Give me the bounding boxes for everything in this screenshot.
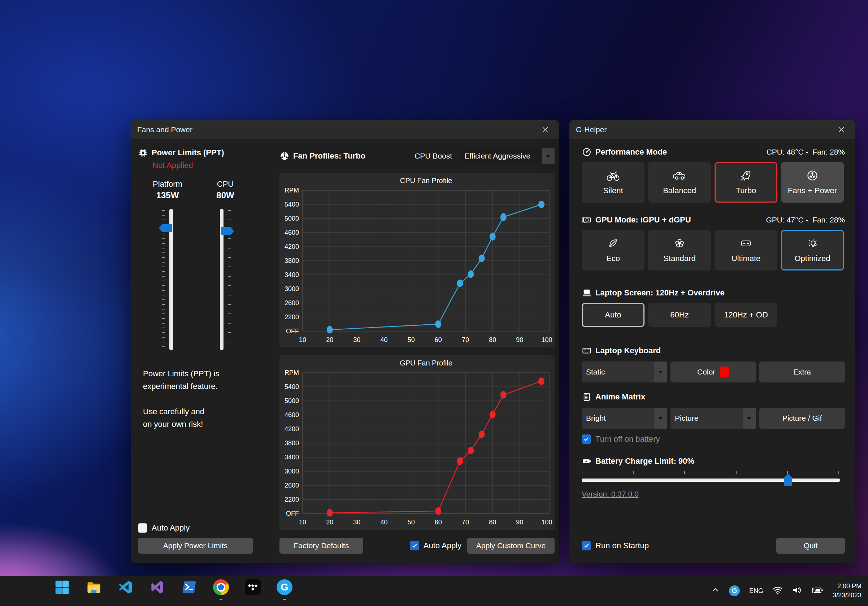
- svg-text:3400: 3400: [285, 454, 299, 461]
- start-button[interactable]: [53, 578, 71, 596]
- cpu-slider-thumb[interactable]: [221, 227, 234, 235]
- keyboard-icon: [582, 346, 592, 356]
- leaf-icon: [607, 237, 619, 251]
- language-indicator[interactable]: ENG: [749, 587, 763, 595]
- battery-slider-track[interactable]: [582, 479, 840, 482]
- mode-fans-power-button[interactable]: Fans + Power: [781, 162, 844, 203]
- run-on-startup-row: Run on Startup: [582, 541, 649, 550]
- factory-defaults-button[interactable]: Factory Defaults: [279, 538, 363, 553]
- ghelper-titlebar[interactable]: G-Helper: [569, 120, 855, 139]
- mode-balanced-button[interactable]: Balanced: [648, 162, 711, 203]
- cpu-slider-track[interactable]: [220, 209, 223, 350]
- keyboard-extra-button[interactable]: Extra: [760, 361, 845, 383]
- svg-text:80: 80: [489, 519, 496, 526]
- tidal-icon[interactable]: [244, 578, 261, 596]
- cpu-fan-profile-chart[interactable]: CPU Fan Profile102030405060708090100OFF2…: [279, 173, 555, 347]
- battery-limit-title: Battery Charge Limit: 90%: [595, 457, 694, 466]
- svg-text:3800: 3800: [285, 440, 299, 447]
- gpu-ultimate-button[interactable]: Ultimate: [715, 230, 777, 271]
- cpu-chip-icon: [138, 148, 148, 158]
- svg-text:3400: 3400: [285, 271, 299, 279]
- cpu-slider[interactable]: [202, 209, 249, 350]
- matrix-content-value: Picture: [671, 408, 743, 429]
- taskbar-clock[interactable]: 2:00 PM 3/23/2023: [832, 582, 862, 600]
- mode-silent-button[interactable]: Silent: [582, 162, 645, 203]
- svg-text:3800: 3800: [285, 257, 299, 264]
- gpu-optimized-button[interactable]: Optimized: [781, 230, 844, 271]
- anime-matrix-header: Anime Matrix: [582, 392, 845, 402]
- powershell-icon[interactable]: [181, 578, 198, 596]
- dot-matrix-icon: [582, 392, 592, 402]
- volume-icon[interactable]: [792, 586, 802, 596]
- matrix-brightness-value: Bright: [582, 408, 654, 429]
- cpu-boost-dropdown[interactable]: Efficient Aggressive: [460, 148, 555, 164]
- svg-text:2600: 2600: [285, 299, 299, 307]
- matrix-picture-gif-button[interactable]: Picture / Gif: [760, 408, 845, 429]
- vscode-icon[interactable]: [117, 578, 134, 596]
- performance-mode-buttons: Silent Balanced Turbo: [582, 162, 845, 203]
- run-on-startup-checkbox[interactable]: [582, 541, 591, 550]
- chevron-down-icon[interactable]: [654, 361, 667, 383]
- power-auto-apply-checkbox[interactable]: [138, 523, 147, 533]
- svg-text:70: 70: [462, 336, 469, 343]
- gpu-standard-button[interactable]: Standard: [648, 230, 711, 271]
- platform-slider[interactable]: [144, 209, 191, 350]
- battery-slider-thumb[interactable]: [784, 474, 792, 486]
- matrix-brightness-dropdown[interactable]: Bright: [582, 408, 667, 429]
- battery-charge-slider[interactable]: [582, 471, 840, 482]
- mode-label: Turbo: [736, 186, 756, 195]
- turn-off-on-battery-checkbox[interactable]: [582, 434, 591, 444]
- visual-studio-icon[interactable]: [149, 578, 166, 596]
- svg-text:20: 20: [326, 519, 333, 526]
- gpu-fan-profile-chart[interactable]: GPU Fan Profile102030405060708090100OFF2…: [279, 355, 555, 530]
- system-tray: G ENG 2:00 PM 3/23/2023: [711, 576, 862, 606]
- svg-text:50: 50: [408, 336, 415, 343]
- apply-custom-curve-button[interactable]: Apply Custom Curve: [467, 538, 555, 553]
- close-icon[interactable]: [538, 123, 552, 136]
- screen-60hz-button[interactable]: 60Hz: [648, 303, 711, 327]
- chevron-down-icon[interactable]: [743, 408, 756, 429]
- apply-power-limits-button[interactable]: Apply Power Limits: [138, 538, 253, 553]
- matrix-content-dropdown[interactable]: Picture: [671, 408, 756, 429]
- fans-window-titlebar[interactable]: Fans and Power: [131, 120, 559, 139]
- keyboard-mode-dropdown[interactable]: Static: [582, 361, 667, 383]
- keyboard-color-button[interactable]: Color: [671, 361, 756, 383]
- quit-button[interactable]: Quit: [776, 538, 845, 553]
- svg-text:100: 100: [541, 519, 552, 526]
- laptop-screen-header: Laptop Screen: 120Hz + Overdrive: [582, 288, 845, 298]
- option-label: 60Hz: [670, 310, 688, 319]
- close-icon[interactable]: [834, 123, 848, 136]
- platform-slider-thumb[interactable]: [159, 224, 172, 232]
- keyboard-mode-value: Static: [582, 361, 654, 383]
- wifi-icon[interactable]: [773, 586, 783, 596]
- chevron-down-icon[interactable]: [542, 148, 555, 164]
- chrome-icon[interactable]: [212, 578, 229, 596]
- gpu-card-icon: [582, 215, 592, 225]
- taskbar: G G ENG 2:00 PM 3/23/2023: [0, 576, 868, 606]
- svg-text:80: 80: [489, 336, 496, 343]
- svg-text:5400: 5400: [285, 383, 299, 391]
- platform-slider-track[interactable]: [169, 209, 173, 350]
- svg-text:60: 60: [435, 336, 442, 343]
- curve-auto-apply-checkbox[interactable]: [410, 541, 419, 550]
- power-limits-warning: Power Limits (PPT) is experimental featu…: [143, 367, 279, 443]
- power-limits-section: Power Limits (PPT) Not Applied Platform …: [131, 139, 279, 563]
- cpu-boost-label: CPU Boost: [414, 152, 452, 160]
- battery-tray-icon[interactable]: [812, 586, 823, 596]
- ghelper-tray-icon[interactable]: G: [729, 586, 740, 596]
- version-link[interactable]: Version: 0.37.0.0: [582, 490, 639, 498]
- screen-auto-button[interactable]: Auto: [582, 303, 645, 327]
- performance-mode-title: Performance Mode: [595, 147, 667, 157]
- gpu-eco-button[interactable]: Eco: [582, 230, 645, 271]
- screen-120hz-od-button[interactable]: 120Hz + OD: [715, 303, 777, 327]
- svg-text:2200: 2200: [285, 496, 299, 503]
- file-explorer-icon[interactable]: [85, 578, 102, 596]
- power-limit-sliders: [144, 207, 279, 352]
- mode-turbo-button[interactable]: Turbo: [715, 162, 777, 203]
- ghelper-taskbar-icon[interactable]: G: [276, 578, 293, 596]
- tray-chevron-up-icon[interactable]: [711, 586, 719, 596]
- cpu-temp-status: CPU: 48°C - Fan: 28%: [767, 148, 845, 157]
- car-icon: [673, 169, 687, 183]
- fan-icon: [279, 151, 290, 161]
- chevron-down-icon[interactable]: [654, 408, 667, 429]
